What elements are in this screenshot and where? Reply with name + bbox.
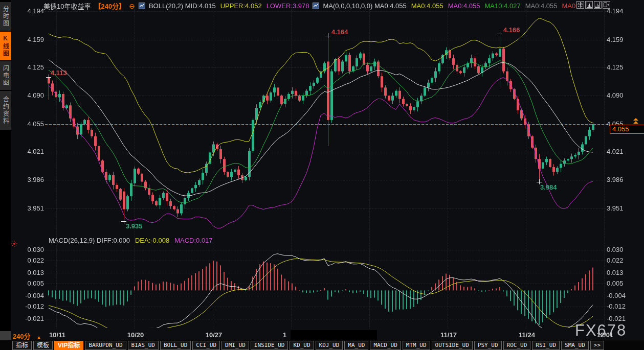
macd-value-0: MACD(26,12,9) DIFF:0.000: [49, 237, 130, 244]
x-axis-date-5: 11/17: [438, 331, 459, 339]
ma-value-4: MA0:4.055: [525, 2, 558, 10]
crosshair-icon[interactable]: [576, 1, 584, 9]
collapse-panel-icon[interactable]: [603, 1, 610, 9]
instrument-title: 美债10年收益率: [43, 1, 91, 11]
axis-left-chart-icon[interactable]: [585, 1, 593, 9]
collapse-circle-icon[interactable]: ⊖: [129, 2, 135, 10]
macd-y-label-r-4: -0.004: [607, 292, 642, 299]
main-y-label-l-0: 4.194: [12, 7, 44, 15]
x-axis-date-6: 11/24: [517, 331, 537, 339]
bottom-tab-11[interactable]: MA_UD: [344, 341, 368, 350]
extreme-price-label-4: 3.984: [540, 183, 557, 191]
left-sidebar: 分时图K线图闪电图合约资料: [0, 0, 11, 350]
boll-value-2: LOWER:3.978: [267, 2, 309, 10]
main-y-label-r-2: 4.125: [607, 63, 642, 71]
macd-indicator-sun-icon[interactable]: [11, 240, 17, 249]
macd-y-label-r-1: 0.022: [607, 256, 642, 264]
bottom-tab-12[interactable]: MACD_UD: [370, 341, 401, 350]
macd-y-label-r-0: 0.030: [607, 246, 642, 253]
macd-y-label-l-6: -0.021: [12, 315, 44, 322]
bottom-tab-15[interactable]: PSY_UD: [474, 341, 502, 350]
boll-readout: BOLL(20,2) MID:4.015UPPER:4.052LOWER:3.9…: [149, 2, 309, 10]
bottom-indicator-bar: 指标模板VIP指标BARUPDN_UDBIAS_UDBOLL_UDCCI_UDD…: [0, 340, 644, 350]
ma-value-0: MA(0,0,0,10,0,0) MA0:4.055: [323, 2, 406, 10]
bottom-tab-16[interactable]: ROC_UD: [503, 341, 531, 350]
sidebar-tab-kline-chart[interactable]: K线图: [0, 32, 11, 60]
main-y-label-l-6: 3.986: [12, 176, 44, 183]
ma-value-1: MA0:4.055: [411, 2, 443, 10]
main-y-label-r-7: 3.951: [607, 204, 642, 212]
macd-value-2: MACD:0.017: [174, 237, 212, 244]
price-up-arrows-icon: [633, 118, 639, 124]
main-y-label-l-4: 4.055: [12, 120, 44, 128]
main-y-label-l-1: 4.159: [12, 36, 44, 43]
bottom-tab-19[interactable]: >>: [590, 341, 604, 350]
main-chart-header: 美债10年收益率 【240分】 ⊖ BOLL(20,2) MID:4.015UP…: [43, 2, 578, 10]
main-y-label-r-1: 4.159: [607, 36, 642, 43]
macd-value-1: DEA:-0.008: [135, 237, 169, 244]
axis-right-chart-icon[interactable]: [594, 1, 602, 9]
main-y-label-r-6: 3.986: [607, 176, 642, 183]
x-axis-date-0: 10/11: [47, 331, 68, 339]
sidebar-tab-time-chart[interactable]: 分时图: [0, 2, 11, 31]
boll-value-0: BOLL(20,2) MID:4.015: [149, 2, 216, 10]
chart-canvas[interactable]: [0, 0, 644, 350]
chart-toolbar: [576, 1, 610, 9]
macd-readout: MACD(26,12,9) DIFF:0.000DEA:-0.008MACD:0…: [49, 237, 213, 244]
x-axis-date-2: 10/27: [204, 331, 224, 339]
extreme-price-label-1: 3.935: [126, 222, 143, 230]
bottom-tab-8[interactable]: INSIDE_UD: [251, 341, 288, 350]
up-triangle-icon: ▲: [37, 335, 41, 340]
macd-y-label-r-3: 0.005: [607, 279, 642, 287]
extreme-price-label-0: 4.113: [51, 69, 67, 77]
x-axis-date-1: 10/20: [125, 331, 146, 339]
bottom-tab-1[interactable]: 模板: [33, 341, 53, 350]
main-y-label-l-7: 3.951: [12, 204, 44, 212]
sidebar-tab-contract-info[interactable]: 合约资料: [0, 91, 11, 130]
macd-y-label-r-5: -0.012: [607, 302, 642, 310]
macd-y-label-l-3: 0.005: [12, 279, 44, 287]
ma-readout: MA(0,0,0,10,0,0) MA0:4.055MA0:4.055MA0:4…: [323, 2, 577, 10]
bottom-tab-14[interactable]: OUTSIDE_UD: [432, 341, 473, 350]
macd-y-label-l-1: 0.022: [12, 256, 44, 264]
main-y-label-r-5: 4.021: [607, 148, 642, 155]
bottom-tab-3[interactable]: BARUPDN_UD: [85, 341, 126, 350]
macd-y-label-l-4: -0.004: [12, 292, 44, 299]
main-y-label-l-5: 4.021: [12, 148, 44, 155]
boll-mini-chart-icon: [139, 3, 145, 9]
ma-mini-chart-icon: [313, 3, 319, 9]
blackout-overlay: [291, 330, 377, 340]
boll-value-1: UPPER:4.052: [220, 2, 262, 10]
main-y-label-r-0: 4.194: [607, 7, 642, 15]
bottom-tab-7[interactable]: DMI_UD: [221, 341, 249, 350]
x-axis-date-3: 1: [283, 331, 286, 339]
bottom-tab-13[interactable]: MTM_UD: [403, 341, 430, 350]
bottom-tab-10[interactable]: KDJ_UD: [316, 341, 343, 350]
main-y-label-l-2: 4.125: [12, 63, 44, 71]
macd-y-label-l-5: -0.012: [12, 302, 44, 310]
bottom-tab-18[interactable]: SMA_UD: [561, 341, 589, 350]
sidebar-corner: [0, 331, 11, 340]
main-y-label-l-3: 4.090: [12, 91, 44, 99]
ma-value-2: MA0:4.055: [448, 2, 480, 10]
macd-y-label-r-2: 0.013: [607, 269, 642, 276]
sidebar-tab-lightning-chart[interactable]: 闪电图: [0, 61, 11, 90]
bottom-tab-5[interactable]: BOLL_UD: [160, 341, 191, 350]
extreme-price-label-2: 4.164: [331, 28, 348, 36]
extreme-price-label-3: 4.166: [503, 26, 520, 34]
bottom-tab-17[interactable]: RSI_UD: [532, 341, 560, 350]
app-window: 分时图K线图闪电图合约资料 美债10年收益率 【240分】 ⊖ BOLL(20,…: [0, 0, 644, 350]
main-y-label-r-3: 4.090: [607, 91, 642, 99]
bottom-tab-9[interactable]: KD_UD: [290, 341, 314, 350]
timeframe-label[interactable]: 【240分】: [94, 1, 125, 11]
bottom-tab-4[interactable]: BIAS_UD: [128, 341, 159, 350]
bottom-tab-2[interactable]: VIP指标: [54, 341, 83, 350]
ma-value-3: MA10:4.027: [485, 2, 521, 10]
watermark: FX678: [575, 321, 627, 340]
ma-value-5: MA0:: [562, 2, 578, 10]
bottom-tab-6[interactable]: CCI_UD: [192, 341, 220, 350]
macd-y-label-l-2: 0.013: [12, 269, 44, 276]
current-price-tag: 4.055: [610, 125, 644, 134]
bottom-tab-0[interactable]: 指标: [12, 341, 32, 350]
